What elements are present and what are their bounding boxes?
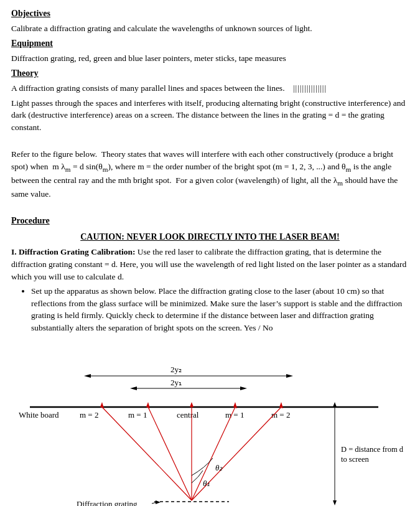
central-label: central	[177, 410, 199, 419]
svg-marker-2	[84, 374, 91, 378]
distance-label: D = distance from diffraction grating	[341, 445, 403, 454]
m2-left-label: m = 2	[80, 410, 98, 419]
distance-label2: to screen	[341, 455, 370, 464]
objectives-text: Calibrate a diffraction grating and calc…	[11, 22, 409, 35]
grating-label: Diffraction grating	[77, 499, 138, 506]
svg-marker-3	[286, 374, 293, 378]
svg-marker-19	[333, 402, 337, 407]
m1-right-label: m = 1	[225, 410, 244, 419]
theory-para3: Refer to the figure below. Theory states…	[11, 148, 409, 200]
theta1-label: θ₁	[203, 479, 210, 488]
section1-text: I. Diffraction Grating Calibration: Use …	[11, 246, 409, 283]
equipment-title: Equipment	[11, 39, 53, 48]
theory-title: Theory	[11, 68, 39, 78]
caution-text: CAUTION: NEVER LOOK DIRECTLY INTO THE LA…	[11, 231, 409, 243]
svg-marker-22	[156, 500, 161, 504]
procedure-title: Procedure	[11, 216, 50, 225]
theory-para1: A diffraction grating consists of many p…	[11, 82, 409, 95]
svg-marker-9	[190, 402, 194, 407]
theta2-label: θ₂	[215, 463, 223, 472]
svg-marker-6	[240, 387, 247, 390]
diffraction-diagram: White board m = 2 m = 1 central m = 1 m …	[17, 340, 403, 506]
theory-para2: Light passes through the spaces and inte…	[11, 97, 409, 134]
equipment-text: Diffraction grating, red, green and blue…	[11, 52, 409, 65]
objectives-title: Objectives	[11, 9, 50, 18]
diagram-svg: White board m = 2 m = 1 central m = 1 m …	[17, 340, 403, 506]
svg-line-16	[102, 407, 192, 500]
y1-label: 2y₁	[170, 378, 182, 387]
m1-left-label: m = 1	[128, 410, 147, 419]
svg-line-10	[192, 407, 235, 500]
bullet-item-1: Set up the apparatus as shown below. Pla…	[31, 285, 409, 334]
svg-marker-20	[333, 500, 337, 505]
svg-line-14	[148, 407, 192, 500]
svg-marker-5	[130, 387, 137, 390]
whiteboard-label: White board	[19, 410, 59, 419]
y2-label: 2y₂	[170, 365, 182, 374]
bullet-list: Set up the apparatus as shown below. Pla…	[31, 285, 409, 334]
